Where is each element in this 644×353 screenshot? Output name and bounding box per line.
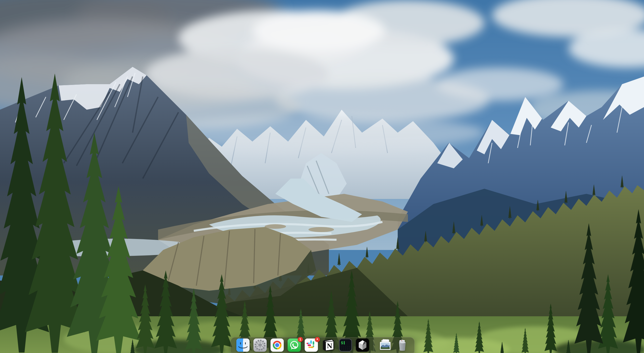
dock-separator (374, 339, 374, 351)
dock-item-chrome[interactable] (271, 338, 284, 352)
gear-icon (253, 338, 267, 352)
chrome-icon (271, 338, 284, 352)
dock-item-downloads[interactable] (379, 338, 392, 352)
notion-letter: N (327, 342, 332, 350)
wallpaper-image (0, 0, 644, 353)
slack-badge: • (315, 337, 320, 342)
whatsapp-badge: 1 (298, 337, 303, 342)
dock-item-terminal[interactable]: $ (339, 338, 352, 352)
trash-full-icon (396, 338, 409, 352)
dock-item-whatsapp[interactable]: 1 (288, 338, 301, 352)
downloads-stack-icon (379, 338, 392, 352)
terminal-cursor (344, 341, 344, 345)
terminal-icon: $ (339, 338, 352, 352)
dock-item-trash[interactable] (396, 338, 409, 352)
notion-icon: N (322, 338, 335, 352)
terminal-prompt: $ (341, 341, 343, 345)
dock-item-slack[interactable]: • (305, 338, 318, 352)
photo-thumbnail (380, 342, 390, 350)
dock-item-cube-app[interactable] (356, 338, 369, 352)
dock: 1 • (230, 337, 415, 353)
desktop: 1 • (0, 0, 644, 353)
dock-item-notion[interactable]: N (322, 338, 335, 352)
finder-icon (236, 338, 250, 352)
dock-item-finder[interactable] (236, 338, 250, 352)
cube-3d-icon (356, 338, 369, 352)
dock-item-system-settings[interactable] (253, 338, 267, 352)
